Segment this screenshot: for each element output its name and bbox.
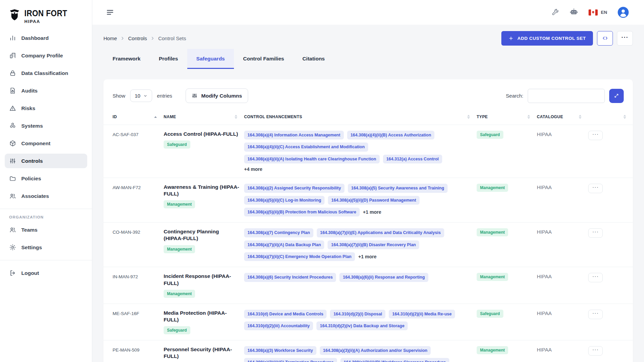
modify-columns-button[interactable]: Modify Columns (186, 88, 248, 103)
row-id: ME-SAF-16F (113, 310, 139, 316)
column-header-type[interactable]: TYPE (477, 111, 537, 125)
logout-button[interactable]: Logout (5, 266, 87, 280)
sort-icon[interactable] (467, 115, 470, 119)
sidebar-item-associates[interactable]: Associates (5, 189, 87, 203)
main-content: Home Controls Control Sets ADD CUSTOM CO… (92, 25, 644, 362)
type-badge: Management (477, 184, 508, 192)
tab-safeguards[interactable]: Safeguards (187, 49, 234, 69)
more-chips-label[interactable]: +4 more (244, 166, 262, 172)
search-input[interactable] (528, 89, 605, 103)
more-chips-label[interactable]: +1 more (363, 209, 381, 215)
sidebar-item-settings[interactable]: Settings (5, 240, 87, 255)
control-set-name[interactable]: Awareness & Training (HIPAA-FULL) (164, 184, 239, 197)
expand-table-button[interactable] (609, 89, 624, 103)
audit-file-icon (9, 87, 16, 94)
more-options-button[interactable] (617, 31, 633, 46)
user-avatar (617, 6, 629, 18)
row-more-button[interactable] (588, 310, 603, 319)
tab-citations[interactable]: Citations (293, 49, 334, 69)
enhancement-chip: 164.310(d)(2)(i) Disposal (330, 310, 385, 318)
sidebar-item-policies[interactable]: Policies (5, 171, 87, 186)
catalogue-value: HIPAA (537, 273, 552, 279)
sort-icon[interactable] (235, 115, 237, 119)
brand-subtitle: HIPAA (24, 19, 74, 24)
enhancement-chip: 164.308(a)(3)(ii)(A) Authorization and/o… (320, 346, 431, 355)
brand-logo[interactable]: IRON FORT HIPAA (5, 5, 87, 31)
assistant-button[interactable] (569, 8, 578, 17)
tab-profiles[interactable]: Profiles (150, 49, 187, 69)
control-set-name[interactable]: Access Control (HIPAA-FULL) (164, 131, 239, 137)
catalogue-value: HIPAA (537, 310, 552, 316)
catalogue-cell: HIPAA (537, 304, 588, 340)
row-more-button[interactable] (588, 273, 603, 282)
iron-fort-shield-icon (8, 8, 21, 22)
sidebar-item-component[interactable]: Component (5, 136, 87, 151)
row-name-cell: Media Protection (HIPAA-FULL)Safeguard (164, 304, 244, 340)
control-sets-card: Show 10 entries Modify Columns Search: (103, 79, 633, 362)
row-id-cell: IN-MAN-972 (103, 267, 164, 304)
sidebar-item-audits[interactable]: Audits (5, 83, 87, 98)
enhancements-cell: 164.308(a)(2) Assigned Security Responsi… (244, 178, 477, 223)
breadcrumb-home[interactable]: Home (103, 35, 117, 41)
control-set-name[interactable]: Incident Response (HIPAA-FULL) (164, 273, 239, 286)
row-more-button[interactable] (588, 346, 603, 356)
control-set-name[interactable]: Contingency Planning (HIPAA-FULL) (164, 228, 239, 242)
chevron-down-icon (143, 94, 147, 98)
row-more-button[interactable] (588, 228, 603, 238)
sidebar-item-label: Audits (21, 88, 38, 94)
breadcrumb-controls[interactable]: Controls (128, 35, 147, 41)
actions-cell (588, 178, 633, 223)
box-icon (9, 140, 16, 147)
control-set-name[interactable]: Media Protection (HIPAA-FULL) (164, 310, 239, 323)
row-more-button[interactable] (588, 184, 603, 193)
brand-name: IRON FORT (24, 8, 67, 19)
sidebar-item-systems[interactable]: Systems (5, 119, 87, 133)
organization-nav: Teams Settings (5, 223, 87, 255)
chevron-right-icon (120, 36, 125, 41)
actions-cell (588, 267, 633, 304)
sidebar-item-data-classification[interactable]: Data Classification (5, 66, 87, 80)
row-id: IN-MAN-972 (113, 273, 138, 279)
sort-icon[interactable] (527, 115, 530, 119)
sidebar-item-controls[interactable]: Controls (5, 154, 87, 168)
sidebar-item-dashboard[interactable]: Dashboard (5, 31, 87, 45)
more-chips-label[interactable]: +1 more (358, 254, 377, 259)
gear-icon (9, 244, 16, 251)
add-button-label: ADD CUSTOM CONTROL SET (517, 36, 586, 41)
column-header-control-enhancements[interactable]: CONTROL ENHANCEMENTS (244, 111, 477, 125)
name-type-badge: Safeguard (164, 326, 190, 334)
add-custom-control-set-button[interactable]: ADD CUSTOM CONTROL SET (501, 31, 593, 46)
control-set-name[interactable]: Personnel Security (HIPAA-FULL) (164, 346, 239, 360)
type-cell: Safeguard (477, 125, 537, 178)
sort-icon[interactable] (154, 116, 157, 118)
sidebar-item-risks[interactable]: Risks (5, 101, 87, 115)
enhancement-chip: 164.308(a)(7) Contingency Plan (244, 228, 313, 237)
code-view-button[interactable] (597, 31, 613, 46)
tab-control-families[interactable]: Control Families (234, 49, 293, 69)
table-body: AC-SAF-037Access Control (HIPAA-FULL)Saf… (103, 125, 633, 362)
sidebar-item-company-profile[interactable]: Company Profile (5, 48, 87, 63)
row-id: AW-MAN-F72 (113, 184, 141, 190)
enhancement-chip: 164.308(a)(7)(ii)(E) Applications and Da… (317, 228, 444, 237)
logout-label: Logout (21, 270, 39, 276)
page-size-select[interactable]: 10 (130, 89, 152, 102)
wrench-icon (551, 8, 559, 16)
tools-button[interactable] (551, 8, 559, 16)
enhancement-chip: 164.308(a)(4)(ii)(A) Isolating Health ca… (244, 155, 380, 163)
menu-toggle-button[interactable] (106, 8, 114, 17)
sidebar-divider (0, 209, 92, 209)
tab-framework[interactable]: Framework (103, 49, 150, 69)
column-header-catalogue[interactable]: CATALOGUE (537, 111, 588, 125)
sidebar-item-label: Company Profile (21, 53, 63, 59)
language-selector[interactable]: EN (589, 9, 607, 16)
row-more-button[interactable] (588, 131, 603, 140)
enhancement-chip: 164.308(a)(5) Security Awareness and Tra… (348, 184, 448, 192)
user-menu-button[interactable] (617, 6, 629, 18)
catalogue-value: HIPAA (537, 228, 552, 235)
sidebar-divider (0, 260, 92, 260)
column-header-name[interactable]: NAME (164, 111, 244, 125)
sort-icon[interactable] (579, 115, 581, 119)
column-header-id[interactable]: ID (103, 111, 164, 125)
sidebar-item-teams[interactable]: Teams (5, 223, 87, 237)
row-name-cell: Contingency Planning (HIPAA-FULL)Managem… (164, 223, 244, 267)
